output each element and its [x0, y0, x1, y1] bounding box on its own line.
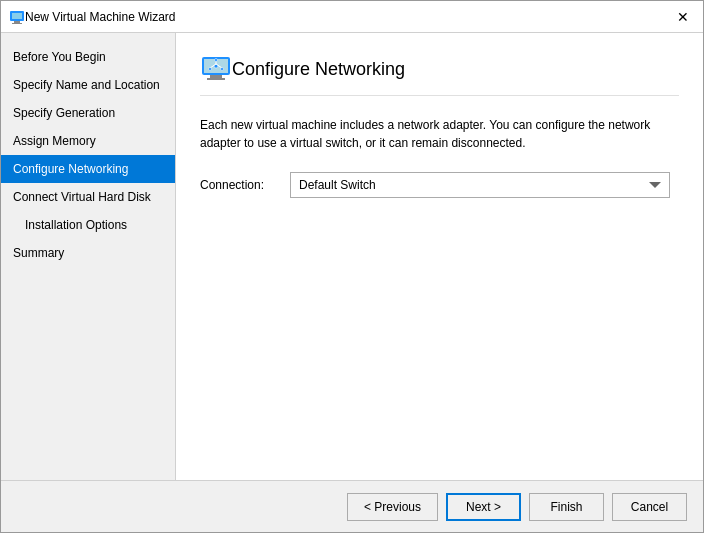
sidebar-item-assign-memory[interactable]: Assign Memory: [1, 127, 175, 155]
svg-rect-1: [12, 13, 22, 19]
next-button[interactable]: Next >: [446, 493, 521, 521]
sidebar-item-summary[interactable]: Summary: [1, 239, 175, 267]
wizard-window: New Virtual Machine Wizard ✕ Before You …: [0, 0, 704, 533]
sidebar: Before You BeginSpecify Name and Locatio…: [1, 33, 176, 480]
sidebar-item-connect-vhd[interactable]: Connect Virtual Hard Disk: [1, 183, 175, 211]
previous-button[interactable]: < Previous: [347, 493, 438, 521]
configure-networking-icon: [200, 53, 232, 85]
title-bar: New Virtual Machine Wizard ✕: [1, 1, 703, 33]
svg-rect-3: [12, 23, 22, 24]
sidebar-item-configure-networking[interactable]: Configure Networking: [1, 155, 175, 183]
content-area: Before You BeginSpecify Name and Locatio…: [1, 33, 703, 480]
connection-select[interactable]: Default SwitchNot Connected: [290, 172, 670, 198]
close-button[interactable]: ✕: [671, 5, 695, 29]
svg-point-14: [221, 68, 224, 71]
svg-point-12: [209, 68, 212, 71]
page-header: Configure Networking: [200, 53, 679, 96]
window-icon: [9, 9, 25, 25]
finish-button[interactable]: Finish: [529, 493, 604, 521]
description-text: Each new virtual machine includes a netw…: [200, 116, 679, 152]
sidebar-item-installation-options[interactable]: Installation Options: [1, 211, 175, 239]
sidebar-item-specify-name[interactable]: Specify Name and Location: [1, 71, 175, 99]
connection-row: Connection: Default SwitchNot Connected: [200, 172, 679, 198]
sidebar-item-before-you-begin[interactable]: Before You Begin: [1, 43, 175, 71]
main-content: Configure Networking Each new virtual ma…: [176, 33, 703, 480]
svg-rect-6: [210, 75, 222, 78]
connection-label: Connection:: [200, 178, 290, 192]
svg-rect-2: [14, 21, 20, 23]
window-title: New Virtual Machine Wizard: [25, 10, 671, 24]
cancel-button[interactable]: Cancel: [612, 493, 687, 521]
svg-point-10: [215, 59, 218, 62]
footer: < Previous Next > Finish Cancel: [1, 480, 703, 532]
svg-rect-7: [207, 78, 225, 80]
sidebar-item-specify-generation[interactable]: Specify Generation: [1, 99, 175, 127]
page-title: Configure Networking: [232, 59, 405, 80]
